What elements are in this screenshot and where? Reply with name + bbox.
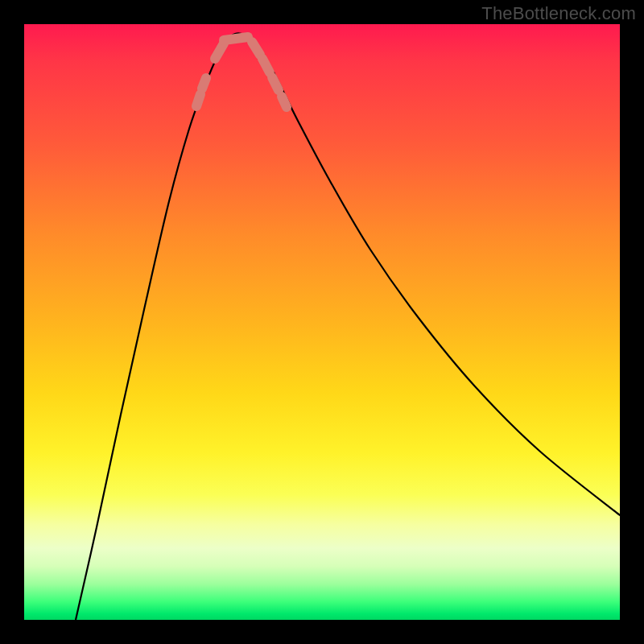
- watermark-label: TheBottleneck.com: [481, 3, 636, 24]
- marker-segment: [224, 37, 248, 40]
- marker-segment: [196, 94, 200, 106]
- marker-segment: [262, 59, 270, 72]
- marker-segment: [215, 43, 224, 59]
- marker-segment: [202, 78, 206, 89]
- marker-segment: [272, 77, 279, 90]
- bottleneck-curve: [76, 33, 620, 620]
- chart-svg: [24, 24, 620, 620]
- plot-area: [24, 24, 620, 620]
- marker-segment: [282, 97, 287, 107]
- marker-segment: [252, 42, 260, 55]
- chart-frame: TheBottleneck.com: [0, 0, 644, 644]
